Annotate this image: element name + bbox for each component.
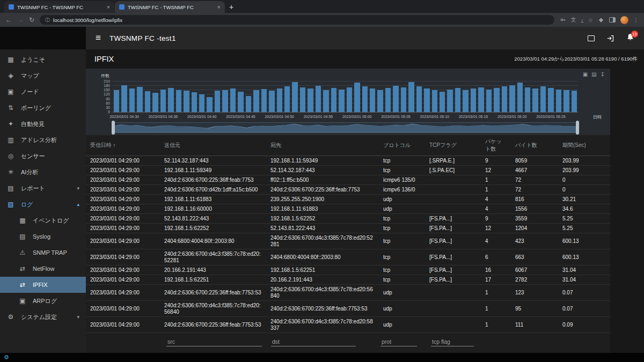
browser-menu-icon[interactable]: ⋮ [633, 17, 639, 23]
data-view-icon[interactable]: ▤ [591, 71, 596, 77]
chart-bar[interactable] [331, 88, 336, 112]
sidebar-item-welcome[interactable]: ▦ようこそ [0, 51, 86, 68]
datazoom-handle-right[interactable] [576, 121, 579, 135]
chart-bar[interactable] [261, 89, 267, 112]
profile-avatar[interactable] [620, 16, 628, 24]
chart-bar[interactable] [300, 87, 305, 112]
sidebar-item-polling[interactable]: ⇅ポーリング [0, 100, 86, 116]
sidebar-item-eventlog[interactable]: ▦イベントログ [0, 212, 86, 228]
chart-bar[interactable] [347, 87, 352, 112]
sidebar-item-ai[interactable]: ✳AI分析 [0, 164, 86, 180]
chart-bar[interactable] [192, 92, 197, 112]
sidebar-item-settings[interactable]: ⚙システム設定▾ [0, 309, 86, 325]
chart-bar[interactable] [486, 90, 492, 112]
chart-bar[interactable] [199, 94, 204, 112]
sidebar-item-sensor[interactable]: ◎センサー [0, 148, 86, 164]
chart-bar[interactable] [339, 90, 344, 112]
column-header[interactable]: バイト数 [511, 135, 558, 156]
chart-bar[interactable] [377, 90, 383, 112]
chart-bar[interactable] [222, 90, 228, 112]
chart-bar[interactable] [416, 86, 422, 112]
chart-bar[interactable] [370, 88, 375, 112]
table-row[interactable]: 2023/03/01 04:29:0020.166.2.191:443192.1… [86, 265, 610, 275]
sidebar-item-snmptrap[interactable]: ⚠SNMP TRAP [0, 245, 86, 261]
chart-bar[interactable] [517, 83, 523, 112]
filter-input-src[interactable] [166, 337, 262, 346]
logout-icon[interactable] [606, 34, 614, 42]
table-row[interactable]: 2023/03/01 04:29:002404:6800:4004:80f::2… [86, 233, 610, 249]
filter-input-dst[interactable] [271, 337, 356, 346]
table-row[interactable]: 2023/03/01 04:29:0052.114.32.187:443192.… [86, 156, 610, 166]
filter-input-prot[interactable] [380, 337, 417, 346]
table-row[interactable]: 2023/03/01 04:29:00240d:2:6306:6700:225:… [86, 285, 610, 301]
browser-tab-2[interactable]: TWSNMP FC - TWSNMP FC × [115, 1, 225, 13]
chart-bar[interactable] [572, 91, 577, 112]
translate-icon[interactable]: 文 [571, 16, 576, 24]
chart-bar[interactable] [548, 88, 553, 112]
column-header[interactable]: 受信日時 ↑ [86, 135, 160, 156]
table-row[interactable]: 2023/03/01 04:29:00192.168.1.5:6225252.1… [86, 224, 610, 233]
sidebar-item-netflow[interactable]: ⇄NetFlow [0, 261, 86, 277]
password-key-icon[interactable] [560, 17, 566, 23]
chart-bar[interactable] [137, 87, 142, 112]
column-header[interactable]: 宛先 [266, 135, 379, 156]
column-header[interactable]: 送信元 [160, 135, 266, 156]
chart-bar[interactable] [362, 86, 368, 112]
chart-bar[interactable] [463, 90, 468, 112]
table-row[interactable]: 2023/03/01 04:29:00240d:2:6306:6700:d4c3… [86, 249, 610, 265]
table-row[interactable]: 2023/03/01 04:29:00192.168.1.5:6225120.1… [86, 275, 610, 285]
chart-bar[interactable] [447, 90, 452, 112]
chart-bar[interactable] [525, 87, 530, 112]
chart-bar[interactable] [160, 90, 166, 112]
close-tab-icon[interactable]: × [107, 4, 110, 10]
hamburger-menu-icon[interactable]: ≡ [96, 33, 101, 43]
reload-icon[interactable]: ↻ [29, 16, 34, 24]
chart-bar[interactable] [440, 92, 445, 112]
chart-bar[interactable] [207, 97, 212, 112]
chart-bar[interactable] [253, 90, 259, 112]
table-row[interactable]: 2023/03/01 04:29:00240d:2:6306:6700:225:… [86, 175, 610, 185]
chart-bar[interactable] [269, 91, 274, 112]
sidebar-item-arplog[interactable]: ▣ARPログ [0, 293, 86, 309]
chart-bar[interactable] [471, 88, 476, 112]
chart-bar[interactable] [532, 88, 538, 112]
table-row[interactable]: 2023/03/01 04:29:00240d:2:6306:6700:d42b… [86, 185, 610, 195]
table-row[interactable]: 2023/03/01 04:29:00240d:2:6306:6700:225:… [86, 317, 610, 333]
chart-bar[interactable] [385, 88, 391, 112]
chart-bar[interactable] [292, 82, 297, 112]
chart-bar[interactable] [246, 96, 251, 112]
back-icon[interactable]: ← [5, 16, 12, 24]
sidebar-item-node[interactable]: ▣ノード [0, 84, 86, 100]
chart-bar[interactable] [184, 91, 189, 112]
chart-bar[interactable] [277, 88, 282, 112]
download-icon[interactable]: ↓ [581, 18, 584, 23]
chart-bar[interactable] [354, 83, 360, 112]
sidebar-item-report[interactable]: ▤レポート▾ [0, 180, 86, 196]
chart-bar[interactable] [129, 88, 135, 113]
sidebar-item-discover[interactable]: ✦自動発見 [0, 116, 86, 132]
address-bar[interactable]: ⓘ localhost:3000/log/netflow/ipfix [40, 15, 554, 25]
sidebar-item-address[interactable]: ▥アドレス分析 [0, 132, 86, 148]
datazoom-slider[interactable] [113, 122, 578, 133]
chart-bar[interactable] [408, 82, 414, 112]
chart-bar[interactable] [556, 90, 561, 112]
chart-bar[interactable] [401, 87, 406, 112]
chart-bar[interactable] [494, 88, 499, 112]
chart-bar[interactable] [432, 90, 437, 112]
datazoom-handle-left[interactable] [112, 121, 115, 135]
column-header[interactable]: プロトコル [379, 135, 425, 156]
table-row[interactable]: 2023/03/01 04:29:00192.168.1.16:60000192… [86, 204, 610, 214]
chart-bar[interactable] [145, 91, 150, 112]
chart-bar[interactable] [316, 86, 321, 112]
chart-bar[interactable] [424, 88, 429, 112]
notification-bell-icon[interactable]: 13 [626, 33, 634, 43]
chart-bar[interactable] [215, 91, 220, 112]
chart-download-icon[interactable]: ↧ [601, 71, 605, 77]
chart-bar[interactable] [284, 86, 290, 112]
close-tab-icon[interactable]: × [217, 4, 221, 10]
column-header[interactable]: 期間(Sec) [558, 135, 610, 156]
filter-input-tcpflag[interactable] [431, 337, 474, 346]
table-row[interactable]: 2023/03/01 04:29:00192.168.1.11:5934952.… [86, 166, 610, 175]
chart-bar[interactable] [393, 86, 398, 112]
chart-bar[interactable] [176, 90, 181, 112]
